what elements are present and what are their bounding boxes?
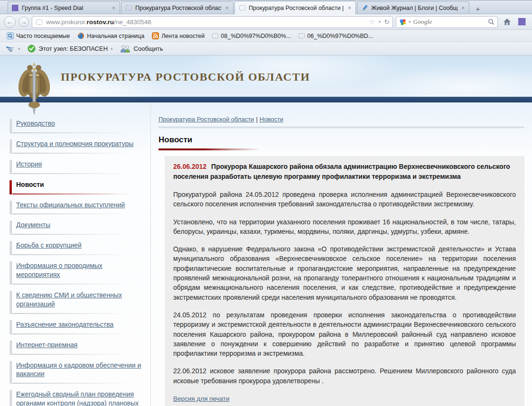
search-input[interactable]	[413, 18, 485, 26]
tab-close-icon[interactable]: ×	[347, 5, 352, 11]
tab-prokuratura-active[interactable]: Прокуратура Ростовской области | ... ×	[234, 1, 356, 14]
sidebar-item-plan-proverok: Ежегодный сводный план проведения органа…	[9, 388, 144, 406]
sidebar-item-kadry: Информация о кадровом обеспечении и вака…	[9, 359, 144, 385]
page-title: Новости	[159, 135, 524, 145]
bookmark-star-icon[interactable]: ☆	[369, 18, 375, 26]
sidebar-link[interactable]: Интернет-приемная	[16, 341, 142, 350]
sidebar-link[interactable]: Борьба с коррупцией	[16, 241, 142, 250]
site-banner: ПРОКУРАТУРА РОСТОВСКОЙ ОБЛАСТИ	[0, 55, 532, 97]
tab-title: Прокуратура Ростовской области | ...	[135, 5, 222, 11]
report-site-button[interactable]: Сообщить	[118, 44, 165, 53]
tab-livejournal[interactable]: Живой Журнал | Блоги | Сообщест... ×	[357, 1, 469, 14]
sidebar-item-smi: К сведению СМИ и общественных организаци…	[9, 288, 144, 315]
antivirus-icon	[6, 45, 15, 53]
sidebar-link[interactable]: Структура и полномочия прокуратуры	[16, 139, 142, 148]
sidebar-item-razyasnenie: Разъяснение законодательства	[9, 318, 144, 335]
frequent-sites-icon	[7, 32, 14, 39]
bookmark-label: Часто посещаемые	[16, 33, 70, 39]
sidebar-link[interactable]: История	[16, 160, 142, 169]
bookmark-label: 08_%D0%97%D0%B0%...	[221, 33, 291, 39]
breadcrumb: Прокуратура Ростовской области|Новости	[159, 116, 524, 123]
people-icon	[120, 45, 131, 53]
sidebar-link[interactable]: Информация о проводимых мероприятиях	[16, 261, 142, 279]
tab-title: Прокуратура Ростовской области | ...	[249, 5, 344, 11]
default-favicon	[299, 33, 305, 38]
bookmarks-toolbar: Часто посещаемые Начальная страница Лент…	[0, 30, 532, 42]
bookmark-encoded-08[interactable]: 08_%D0%97%D0%B0%...	[209, 32, 294, 40]
rss-icon	[152, 32, 159, 39]
article-date: 26.06.2012	[173, 163, 206, 170]
sidebar-link[interactable]: Ежегодный сводный план проведения органа…	[16, 390, 142, 406]
article-paragraph: 22.06.2012 исковое заявление прокурора р…	[173, 366, 516, 386]
sidebar-item-teksty: Тексты официальных выступлений	[9, 198, 144, 216]
search-bar[interactable]: ▾	[396, 16, 498, 28]
antivirus-menu[interactable]: ▾	[4, 45, 22, 53]
breadcrumb-separator: |	[256, 116, 257, 123]
tab-prokuratura-1[interactable]: Прокуратура Ростовской области | ... ×	[121, 1, 233, 14]
search-engine-dropdown-icon[interactable]: ▾	[409, 19, 411, 24]
tab-close-icon[interactable]: ×	[224, 5, 230, 11]
sidebar-menu: Руководство Структура и полномочия проку…	[0, 102, 151, 406]
bookmark-frequent[interactable]: Часто посещаемые	[4, 31, 73, 40]
sidebar-item-meropriyatiya: Информация о проводимых мероприятиях	[9, 259, 144, 286]
article-paragraph: Прокуратурой района 24.05.2012 проведена…	[173, 190, 516, 209]
back-button[interactable]: ←	[4, 16, 16, 28]
sidebar-item-dokumenty: Документы	[9, 218, 144, 236]
antivirus-dropdown-icon[interactable]: ▾	[18, 46, 20, 51]
news-article: 26.06.2012Прокурора Кашарского района об…	[165, 156, 524, 406]
bookmark-label: Начальная страница	[87, 33, 144, 39]
breadcrumb-current-link[interactable]: Новости	[260, 116, 283, 123]
sidebar-link[interactable]: Тексты официальных выступлений	[16, 201, 142, 210]
article-paragraph: Однако, в нарушение Федерального закона …	[173, 244, 516, 302]
tab-close-icon[interactable]: ×	[460, 5, 466, 11]
sidebar-link[interactable]: Руководство	[16, 119, 142, 128]
default-favicon	[238, 4, 246, 12]
breadcrumb-home-link[interactable]: Прокуратура Ростовской области	[159, 116, 254, 123]
sidebar-link[interactable]: Документы	[16, 221, 142, 230]
sidebar-item-novosti-active: Новости	[9, 178, 144, 195]
firefox-icon	[77, 32, 84, 39]
main-content: Прокуратура Ростовской области|Новости Н…	[151, 102, 532, 406]
new-tab-button[interactable]: +	[472, 3, 484, 14]
sidebar-link[interactable]: Разъяснение законодательства	[16, 320, 142, 329]
safety-dropdown-icon[interactable]: ▾	[111, 46, 113, 51]
bookmark-encoded-06[interactable]: 06_%D0%97%D0%BD...	[296, 32, 376, 40]
google-logo-icon[interactable]	[399, 18, 406, 26]
pencil-icon	[361, 4, 368, 12]
sidebar-link[interactable]: Новости	[16, 180, 142, 189]
security-toolbar: ▾ Этот узел: БЕЗОПАСЕН ▾ Сообщить	[0, 42, 532, 55]
home-button[interactable]	[501, 16, 513, 28]
reload-icon[interactable]: ↻	[384, 18, 390, 26]
sidebar-item-istoriya: История	[9, 157, 144, 175]
bookmark-label: Лента новостей	[161, 33, 205, 39]
tab-speed-dial[interactable]: Группа #1 - Speed Dial ×	[8, 1, 120, 14]
urlbar-dropdown-icon[interactable]: ▾	[379, 19, 381, 24]
url-text[interactable]: www.prokuror.rostov.ru/ne_4830546	[46, 18, 365, 26]
sidebar-link[interactable]: К сведению СМИ и общественных организаци…	[16, 291, 142, 309]
article-title: Прокурора Кашарского района обязала адми…	[173, 163, 510, 180]
speed-dial-grid-icon	[11, 4, 19, 12]
sidebar-item-rukovodstvo: Руководство	[9, 117, 144, 134]
browser-window: Группа #1 - Speed Dial × Прокуратура Рос…	[0, 0, 532, 406]
prosecutor-emblem-icon	[15, 61, 53, 116]
forward-button[interactable]: →	[19, 17, 29, 27]
title-accent-line	[159, 148, 261, 150]
address-bar[interactable]: www.prokuror.rostov.ru/ne_4830546 ☆ ▾ ↻	[32, 16, 393, 28]
navigation-toolbar: ← → www.prokuror.rostov.ru/ne_4830546 ☆ …	[0, 14, 532, 30]
article-header: 26.06.2012Прокурора Кашарского района об…	[173, 162, 516, 182]
bookmark-home-page[interactable]: Начальная страница	[75, 31, 147, 40]
tab-close-icon[interactable]: ×	[111, 5, 116, 11]
page-favicon	[35, 18, 43, 26]
sidebar-item-priemnaya: Интернет-приемная	[9, 338, 144, 356]
site-safety-status[interactable]: Этот узел: БЕЗОПАСЕН ▾	[25, 44, 115, 54]
search-magnifier-icon[interactable]	[488, 18, 495, 25]
webpage: ПРОКУРАТУРА РОСТОВСКОЙ ОБЛАСТИ	[0, 55, 532, 406]
bookmark-news-feed[interactable]: Лента новостей	[149, 31, 207, 40]
tab-title: Живой Журнал | Блоги | Сообщест...	[371, 5, 457, 11]
site-title: ПРОКУРАТУРА РОСТОВСКОЙ ОБЛАСТИ	[61, 71, 310, 83]
speed-dial-button[interactable]	[516, 16, 528, 28]
sidebar-item-struktura: Структура и полномочия прокуратуры	[9, 137, 144, 155]
sidebar-link[interactable]: Информация о кадровом обеспечении и вака…	[16, 361, 142, 379]
banner-divider-band	[0, 97, 532, 102]
print-version-link[interactable]: Версия для печати	[173, 395, 230, 402]
